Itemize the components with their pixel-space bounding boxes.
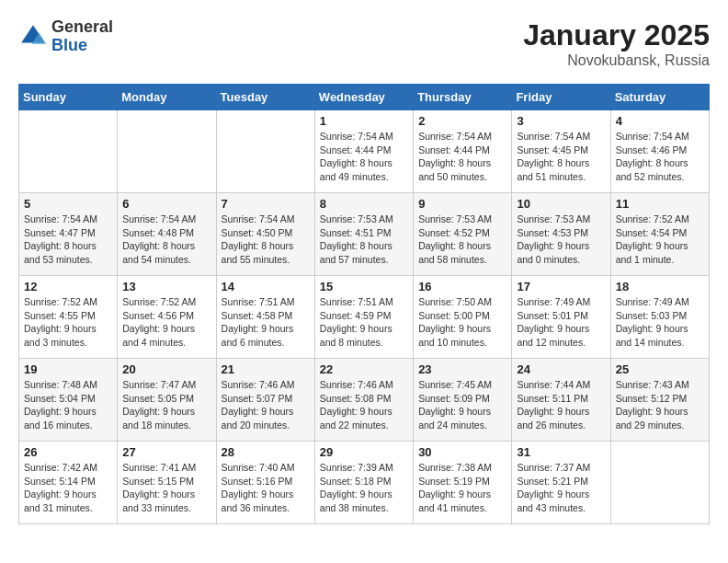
day-info: Sunrise: 7:54 AMSunset: 4:47 PMDaylight:… bbox=[24, 213, 112, 267]
day-info: Sunrise: 7:54 AMSunset: 4:44 PMDaylight:… bbox=[418, 130, 506, 184]
day-number: 20 bbox=[122, 362, 210, 376]
logo-text: General Blue bbox=[51, 18, 113, 55]
calendar-cell: 12Sunrise: 7:52 AMSunset: 4:55 PMDayligh… bbox=[19, 276, 118, 359]
day-info: Sunrise: 7:37 AMSunset: 5:21 PMDaylight:… bbox=[517, 461, 605, 515]
day-number: 9 bbox=[418, 197, 506, 211]
day-info: Sunrise: 7:45 AMSunset: 5:09 PMDaylight:… bbox=[418, 378, 506, 432]
calendar-cell bbox=[216, 110, 314, 193]
day-number: 25 bbox=[616, 362, 704, 376]
calendar-cell bbox=[118, 110, 216, 193]
day-number: 1 bbox=[320, 114, 408, 128]
calendar-cell: 31Sunrise: 7:37 AMSunset: 5:21 PMDayligh… bbox=[512, 442, 610, 524]
day-number: 5 bbox=[24, 197, 112, 211]
day-number: 6 bbox=[122, 197, 210, 211]
day-number: 26 bbox=[24, 445, 112, 459]
day-info: Sunrise: 7:39 AMSunset: 5:18 PMDaylight:… bbox=[320, 461, 408, 515]
title-block: January 2025 Novokubansk, Russia bbox=[523, 18, 710, 69]
calendar-week-1: 1Sunrise: 7:54 AMSunset: 4:44 PMDaylight… bbox=[19, 110, 710, 193]
day-info: Sunrise: 7:41 AMSunset: 5:15 PMDaylight:… bbox=[122, 461, 210, 515]
day-info: Sunrise: 7:52 AMSunset: 4:54 PMDaylight:… bbox=[616, 213, 704, 267]
day-info: Sunrise: 7:50 AMSunset: 5:00 PMDaylight:… bbox=[418, 295, 506, 350]
day-info: Sunrise: 7:44 AMSunset: 5:11 PMDaylight:… bbox=[517, 378, 605, 432]
day-info: Sunrise: 7:40 AMSunset: 5:16 PMDaylight:… bbox=[222, 461, 310, 515]
day-number: 23 bbox=[418, 362, 506, 376]
calendar-cell: 28Sunrise: 7:40 AMSunset: 5:16 PMDayligh… bbox=[216, 442, 314, 524]
weekday-header-row: SundayMondayTuesdayWednesdayThursdayFrid… bbox=[19, 85, 710, 110]
day-info: Sunrise: 7:51 AMSunset: 4:58 PMDaylight:… bbox=[222, 295, 310, 350]
calendar-cell: 29Sunrise: 7:39 AMSunset: 5:18 PMDayligh… bbox=[314, 442, 413, 524]
day-info: Sunrise: 7:54 AMSunset: 4:44 PMDaylight:… bbox=[320, 130, 408, 184]
calendar-cell: 25Sunrise: 7:43 AMSunset: 5:12 PMDayligh… bbox=[610, 359, 709, 442]
calendar-cell: 24Sunrise: 7:44 AMSunset: 5:11 PMDayligh… bbox=[512, 359, 610, 442]
day-number: 21 bbox=[222, 362, 310, 376]
weekday-header-sunday: Sunday bbox=[19, 85, 118, 110]
day-number: 15 bbox=[320, 280, 408, 293]
day-number: 3 bbox=[517, 114, 605, 128]
calendar-cell: 23Sunrise: 7:45 AMSunset: 5:09 PMDayligh… bbox=[414, 359, 512, 442]
day-number: 24 bbox=[517, 362, 605, 376]
day-number: 18 bbox=[616, 280, 704, 293]
day-info: Sunrise: 7:43 AMSunset: 5:12 PMDaylight:… bbox=[616, 378, 704, 432]
calendar-cell bbox=[610, 442, 709, 524]
day-number: 16 bbox=[418, 280, 506, 293]
calendar-cell: 22Sunrise: 7:46 AMSunset: 5:08 PMDayligh… bbox=[314, 359, 413, 442]
day-number: 17 bbox=[517, 280, 605, 293]
weekday-header-wednesday: Wednesday bbox=[314, 85, 413, 110]
day-info: Sunrise: 7:53 AMSunset: 4:53 PMDaylight:… bbox=[517, 213, 605, 267]
calendar-cell: 13Sunrise: 7:52 AMSunset: 4:56 PMDayligh… bbox=[118, 276, 216, 359]
calendar-week-2: 5Sunrise: 7:54 AMSunset: 4:47 PMDaylight… bbox=[19, 193, 710, 276]
calendar-table: SundayMondayTuesdayWednesdayThursdayFrid… bbox=[18, 84, 710, 524]
calendar-cell: 9Sunrise: 7:53 AMSunset: 4:52 PMDaylight… bbox=[414, 193, 512, 276]
calendar-cell bbox=[19, 110, 118, 193]
calendar-cell: 18Sunrise: 7:49 AMSunset: 5:03 PMDayligh… bbox=[610, 276, 709, 359]
calendar-cell: 3Sunrise: 7:54 AMSunset: 4:45 PMDaylight… bbox=[512, 110, 610, 193]
day-info: Sunrise: 7:52 AMSunset: 4:55 PMDaylight:… bbox=[24, 295, 112, 350]
page-header: General Blue January 2025 Novokubansk, R… bbox=[18, 18, 710, 69]
day-info: Sunrise: 7:48 AMSunset: 5:04 PMDaylight:… bbox=[24, 378, 112, 432]
day-number: 10 bbox=[517, 197, 605, 211]
weekday-header-thursday: Thursday bbox=[414, 85, 512, 110]
month-year-title: January 2025 bbox=[523, 18, 710, 52]
calendar-cell: 7Sunrise: 7:54 AMSunset: 4:50 PMDaylight… bbox=[216, 193, 314, 276]
calendar-week-4: 19Sunrise: 7:48 AMSunset: 5:04 PMDayligh… bbox=[19, 359, 710, 442]
calendar-cell: 30Sunrise: 7:38 AMSunset: 5:19 PMDayligh… bbox=[414, 442, 512, 524]
day-number: 2 bbox=[418, 114, 506, 128]
calendar-cell: 6Sunrise: 7:54 AMSunset: 4:48 PMDaylight… bbox=[118, 193, 216, 276]
day-info: Sunrise: 7:54 AMSunset: 4:50 PMDaylight:… bbox=[222, 213, 310, 267]
calendar-cell: 2Sunrise: 7:54 AMSunset: 4:44 PMDaylight… bbox=[414, 110, 512, 193]
day-number: 29 bbox=[320, 445, 408, 459]
logo-icon bbox=[18, 22, 48, 52]
day-info: Sunrise: 7:51 AMSunset: 4:59 PMDaylight:… bbox=[320, 295, 408, 350]
calendar-cell: 5Sunrise: 7:54 AMSunset: 4:47 PMDaylight… bbox=[19, 193, 118, 276]
day-info: Sunrise: 7:54 AMSunset: 4:46 PMDaylight:… bbox=[616, 130, 704, 184]
day-number: 7 bbox=[222, 197, 310, 211]
logo-general: General bbox=[51, 17, 113, 36]
calendar-cell: 8Sunrise: 7:53 AMSunset: 4:51 PMDaylight… bbox=[314, 193, 413, 276]
calendar-cell: 20Sunrise: 7:47 AMSunset: 5:05 PMDayligh… bbox=[118, 359, 216, 442]
day-number: 19 bbox=[24, 362, 112, 376]
logo: General Blue bbox=[18, 18, 113, 55]
calendar-cell: 21Sunrise: 7:46 AMSunset: 5:07 PMDayligh… bbox=[216, 359, 314, 442]
calendar-week-3: 12Sunrise: 7:52 AMSunset: 4:55 PMDayligh… bbox=[19, 276, 710, 359]
day-info: Sunrise: 7:52 AMSunset: 4:56 PMDaylight:… bbox=[122, 295, 210, 350]
weekday-header-tuesday: Tuesday bbox=[216, 85, 314, 110]
calendar-week-5: 26Sunrise: 7:42 AMSunset: 5:14 PMDayligh… bbox=[19, 442, 710, 524]
calendar-cell: 15Sunrise: 7:51 AMSunset: 4:59 PMDayligh… bbox=[314, 276, 413, 359]
day-number: 11 bbox=[616, 197, 704, 211]
day-number: 8 bbox=[320, 197, 408, 211]
day-info: Sunrise: 7:54 AMSunset: 4:48 PMDaylight:… bbox=[122, 213, 210, 267]
day-info: Sunrise: 7:53 AMSunset: 4:51 PMDaylight:… bbox=[320, 213, 408, 267]
calendar-cell: 27Sunrise: 7:41 AMSunset: 5:15 PMDayligh… bbox=[118, 442, 216, 524]
day-number: 14 bbox=[222, 280, 310, 293]
day-number: 4 bbox=[616, 114, 704, 128]
weekday-header-monday: Monday bbox=[118, 85, 216, 110]
day-info: Sunrise: 7:38 AMSunset: 5:19 PMDaylight:… bbox=[418, 461, 506, 515]
calendar-cell: 26Sunrise: 7:42 AMSunset: 5:14 PMDayligh… bbox=[19, 442, 118, 524]
calendar-cell: 19Sunrise: 7:48 AMSunset: 5:04 PMDayligh… bbox=[19, 359, 118, 442]
day-number: 22 bbox=[320, 362, 408, 376]
day-number: 28 bbox=[222, 445, 310, 459]
day-number: 31 bbox=[517, 445, 605, 459]
calendar-cell: 4Sunrise: 7:54 AMSunset: 4:46 PMDaylight… bbox=[610, 110, 709, 193]
day-number: 12 bbox=[24, 280, 112, 293]
calendar-cell: 17Sunrise: 7:49 AMSunset: 5:01 PMDayligh… bbox=[512, 276, 610, 359]
